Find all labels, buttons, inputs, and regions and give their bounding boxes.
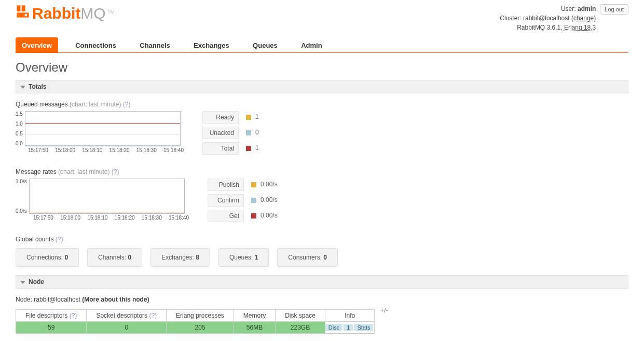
svg-rect-0	[17, 5, 20, 11]
sd-value: 0	[87, 322, 166, 333]
logo-text-mq: MQ	[80, 5, 105, 22]
legend-value: 0.00/s	[261, 210, 284, 222]
queued-help-icon[interactable]: (?)	[123, 101, 131, 108]
legend-swatch-icon	[251, 198, 256, 203]
tab-exchanges[interactable]: Exchanges	[187, 37, 236, 52]
svg-rect-3	[25, 14, 28, 17]
rates-chart: 1.0/s 0.0/s 15:17:50 15:18:00 15:18:10 1…	[16, 179, 189, 221]
cluster-line: Cluster: rabbit@localhost (change)	[500, 13, 596, 23]
more-about-node-link[interactable]: (More about this node)	[82, 296, 149, 303]
tab-admin[interactable]: Admin	[295, 37, 328, 52]
tab-queues[interactable]: Queues	[246, 37, 284, 52]
legend-value: 0	[255, 127, 279, 139]
queued-chart: 1.5 1.0 0.5 0.0 15:17:50 15:18:00 15:18:…	[16, 111, 184, 153]
nav-tabs: Overview Connections Channels Exchanges …	[16, 37, 628, 53]
queued-yaxis: 1.5 1.0 0.5 0.0	[16, 111, 25, 146]
tab-overview[interactable]: Overview	[16, 37, 58, 52]
version-line: RabbitMQ 3.6.1, Erlang 18.3	[500, 23, 596, 32]
global-counts-help-icon[interactable]: (?)	[56, 236, 63, 243]
erlang-link[interactable]: Erlang 18.3	[564, 24, 596, 31]
th-socket-descriptors: Socket descriptors (?)	[87, 310, 167, 322]
rabbitmq-logo-icon	[16, 4, 30, 22]
global-counts-heading: Global counts (?)	[16, 236, 628, 243]
badge-disc: Disc	[325, 324, 342, 331]
fd-value: 59	[16, 322, 86, 333]
chevron-down-icon	[20, 86, 25, 89]
logout-button[interactable]: Log out	[600, 4, 628, 15]
node-line: Node: rabbit@localhost (More about this …	[16, 296, 628, 303]
count-exchanges[interactable]: Exchanges: 8	[150, 248, 210, 267]
page-title: Overview	[16, 60, 628, 75]
count-queues[interactable]: Queues: 1	[218, 248, 269, 267]
legend-label: Ready	[202, 111, 239, 124]
badge-one: 1	[344, 324, 353, 331]
legend-value: 0.00/s	[261, 194, 284, 207]
rabbitmq-logo: RabbitMQ™	[16, 4, 115, 22]
svg-rect-1	[22, 5, 25, 11]
th-info: Info	[325, 310, 375, 322]
badge-stats: Stats	[354, 324, 373, 331]
user-name: admin	[578, 5, 596, 12]
legend-value: 1	[255, 142, 279, 155]
legend-swatch-icon	[251, 213, 256, 219]
fd-help-icon[interactable]: (?)	[70, 312, 77, 319]
count-channels[interactable]: Channels: 0	[87, 248, 142, 267]
legend-label: Publish	[208, 179, 244, 191]
legend-swatch-icon	[246, 146, 251, 151]
queued-xaxis: 15:17:50 15:18:00 15:18:10 15:18:20 15:1…	[28, 147, 184, 153]
th-file-descriptors: File descriptors (?)	[16, 310, 87, 322]
queued-messages-heading: Queued messages (chart: last minute) (?)	[16, 101, 628, 108]
legend-label: Total	[202, 142, 239, 155]
legend-value: 1	[255, 111, 279, 124]
legend-swatch-icon	[246, 115, 251, 120]
user-line: User: admin	[500, 4, 596, 13]
rates-legend: Publish0.00/s Confirm0.00/s Get0.00/s	[208, 179, 284, 225]
th-memory: Memory	[234, 310, 275, 322]
chevron-down-icon	[20, 281, 25, 284]
count-connections[interactable]: Connections: 0	[16, 248, 79, 267]
legend-label: Confirm	[208, 194, 244, 207]
change-cluster-link[interactable]: change	[573, 15, 594, 22]
tab-connections[interactable]: Connections	[69, 37, 122, 52]
rates-help-icon[interactable]: (?)	[112, 168, 119, 175]
th-erlang-processes: Erlang processes	[167, 310, 234, 322]
sd-help-icon[interactable]: (?)	[149, 312, 157, 319]
legend-swatch-icon	[246, 130, 251, 135]
th-disk-space: Disk space	[276, 310, 325, 322]
rates-xaxis: 15:17:50 15:18:00 15:18:10 15:18:20 15:1…	[33, 215, 189, 221]
legend-swatch-icon	[251, 182, 256, 187]
legend-label: Unacked	[202, 127, 239, 139]
info-badges: Disc1Stats	[325, 322, 375, 334]
section-totals-header[interactable]: Totals	[16, 80, 628, 93]
tab-channels[interactable]: Channels	[133, 37, 176, 52]
logo-text-rabbit: Rabbit	[32, 5, 80, 22]
rates-plot	[29, 179, 185, 214]
section-node-header[interactable]: Node	[16, 275, 628, 289]
message-rates-heading: Message rates (chart: last minute) (?)	[16, 168, 628, 175]
count-consumers[interactable]: Consumers: 0	[277, 248, 338, 267]
node-table: File descriptors (?) Socket descriptors …	[16, 309, 375, 334]
queued-legend: Ready1 Unacked0 Total1	[202, 111, 279, 158]
plus-minus-toggle[interactable]: +/-	[380, 306, 388, 314]
rates-yaxis: 1.0/s 0.0/s	[16, 179, 29, 214]
mem-value: 56MB	[234, 322, 275, 333]
proc-value: 205	[167, 322, 234, 333]
disk-value: 223GB	[276, 322, 325, 333]
legend-label: Get	[208, 210, 244, 222]
legend-value: 0.00/s	[261, 179, 284, 191]
queued-plot	[25, 111, 181, 146]
